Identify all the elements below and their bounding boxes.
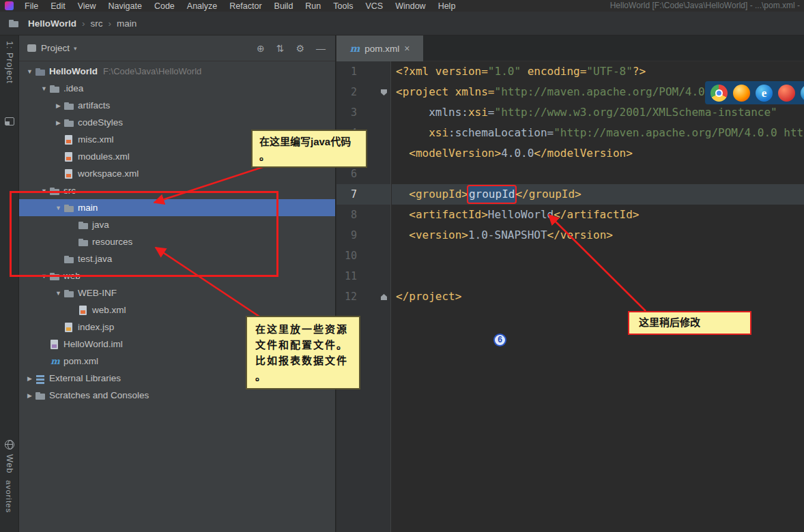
code-line-10[interactable]: [392, 246, 804, 266]
code-line-7[interactable]: <groupId>groupId</groupId>: [392, 184, 804, 205]
code-token: <version>: [409, 228, 468, 241]
line-number: 10: [336, 246, 357, 266]
chevron-collapsed-icon[interactable]: ▶: [25, 375, 35, 382]
chevron-collapsed-icon[interactable]: ▶: [25, 392, 35, 399]
tree-item-label: workspace.xml: [78, 168, 139, 179]
edge-browser-icon[interactable]: [801, 85, 804, 102]
code-token: </project>: [396, 290, 461, 303]
app-logo-icon: [5, 1, 14, 10]
editor-code-area[interactable]: <?xml version="1.0" encoding="UTF-8"?><p…: [392, 61, 804, 532]
code-line-8[interactable]: <artifactId>HelloWorld</artifactId>: [392, 205, 804, 225]
menu-items: FileEditViewNavigateCodeAnalyzeRefactorB…: [18, 1, 461, 11]
ide-window: { "glyphs": { "expand_open": "▼", "expan…: [0, 0, 804, 532]
collapse-all-icon[interactable]: ⇅: [276, 43, 285, 54]
menu-item-navigate[interactable]: Navigate: [102, 1, 148, 11]
code-token: :schemaLocation=: [448, 126, 554, 139]
menu-item-view[interactable]: View: [72, 1, 102, 11]
close-tab-icon[interactable]: ×: [404, 43, 410, 54]
menu-item-help[interactable]: Help: [432, 1, 462, 11]
maven-file-icon: m: [349, 43, 360, 54]
code-line-11[interactable]: [392, 266, 804, 286]
tree-item-label: web.xml: [92, 305, 126, 315]
tree-item-helloworld[interactable]: ▼HelloWorldF:\Code\Java\HelloWorld: [19, 63, 335, 80]
code-token: HelloWorld: [488, 208, 554, 221]
maven-file-icon: [49, 356, 60, 367]
panel-header-icons: ⊕⇅⚙—: [257, 43, 326, 54]
code-line-12[interactable]: </project>: [392, 286, 804, 307]
code-line-3[interactable]: xmlns:xsi="http://www.w3.org/2001/XMLSch…: [392, 102, 804, 123]
chevron-expanded-icon[interactable]: ▼: [53, 290, 63, 297]
project-panel-title[interactable]: Project: [41, 43, 70, 53]
xml-file-icon: [78, 305, 89, 316]
project-panel: Project ▾ ⊕⇅⚙— ▼HelloWorldF:\Code\Java\H…: [19, 35, 336, 532]
fold-marker-icon[interactable]: [381, 294, 387, 300]
web-globe-icon[interactable]: [5, 440, 14, 449]
firefox-browser-icon[interactable]: [733, 85, 750, 102]
gutter-line-1: 1: [336, 61, 390, 82]
code-line-1[interactable]: <?xml version="1.0" encoding="UTF-8"?>: [392, 61, 804, 82]
code-token: <modelVersion>: [409, 147, 501, 160]
tree-item-web-inf[interactable]: ▼WEB-INF: [19, 284, 335, 301]
breadcrumb-main[interactable]: main: [117, 18, 137, 29]
gutter-line-10: 10: [336, 246, 390, 266]
settings-gear-icon[interactable]: ⚙: [296, 43, 304, 54]
code-token: "1.0": [488, 65, 521, 78]
gutter-line-3: 3: [336, 102, 390, 123]
menu-item-build[interactable]: Build: [268, 1, 300, 11]
breadcrumb-src[interactable]: src: [91, 18, 103, 29]
code-token: </version>: [547, 228, 613, 241]
code-line-5[interactable]: <modelVersion>4.0.0</modelVersion>: [392, 143, 804, 164]
gutter-line-8: 8: [336, 205, 390, 225]
tab-pom-xml[interactable]: m pom.xml ×: [336, 35, 423, 61]
breadcrumb-helloworld[interactable]: HelloWorld: [28, 18, 76, 29]
navigation-bar: HelloWorld›src›main: [0, 12, 804, 35]
hide-panel-icon[interactable]: —: [316, 43, 326, 54]
opera-browser-icon[interactable]: [778, 85, 795, 102]
menu-item-analyze[interactable]: Analyze: [181, 1, 223, 11]
menu-bar: FileEditViewNavigateCodeAnalyzeRefactorB…: [0, 0, 804, 12]
code-token: "UTF-8": [586, 65, 632, 78]
scratches-icon: [35, 390, 46, 401]
libraries-icon: [35, 373, 46, 384]
toolwindow-button-project[interactable]: 1: Project: [5, 41, 14, 84]
menu-item-window[interactable]: Window: [389, 1, 431, 11]
code-token: "http://maven.apache.org/POM/4.0.0 http:…: [554, 126, 804, 139]
toolwindow-button-web[interactable]: Web: [5, 454, 14, 473]
code-token: <project xmlns=: [396, 85, 495, 98]
chrome-browser-icon[interactable]: [710, 85, 728, 102]
tree-item-label: Scratches and Consoles: [49, 390, 149, 400]
chevron-collapsed-icon[interactable]: ▶: [53, 119, 63, 126]
chevron-right-icon: ›: [82, 18, 85, 29]
note-resources-here: 在这里放一些资源文件和配置文件。比如报表数据文件。: [246, 316, 360, 389]
tree-item--idea[interactable]: ▼.idea: [19, 80, 335, 97]
gutter-line-9: 9: [336, 225, 390, 246]
chevron-down-icon[interactable]: ▾: [74, 45, 77, 52]
menu-item-edit[interactable]: Edit: [44, 1, 72, 11]
tree-item-codestyles[interactable]: ▶codeStyles: [19, 114, 335, 131]
chevron-collapsed-icon[interactable]: ▶: [53, 102, 63, 109]
menu-item-vcs[interactable]: VCS: [359, 1, 389, 11]
chevron-expanded-icon[interactable]: ▼: [25, 68, 35, 75]
fold-marker-icon[interactable]: [381, 89, 387, 95]
tree-item-artifacts[interactable]: ▶artifacts: [19, 97, 335, 114]
chevron-expanded-icon[interactable]: ▼: [39, 85, 49, 92]
xml-file-icon: [63, 134, 74, 145]
folder-icon: [63, 117, 74, 128]
menu-item-tools[interactable]: Tools: [327, 1, 359, 11]
toolwindow-button-favorites[interactable]: avorites: [5, 480, 13, 513]
locate-icon[interactable]: ⊕: [257, 43, 265, 54]
project-panel-header: Project ▾ ⊕⇅⚙—: [19, 35, 335, 61]
folder-icon: [8, 18, 19, 29]
project-folder-icon: [35, 66, 46, 77]
project-toolwindow-icon[interactable]: [5, 117, 14, 125]
editor-tab-bar: m pom.xml ×: [336, 35, 804, 61]
ie-browser-icon[interactable]: [756, 85, 773, 102]
code-line-4[interactable]: xsi:schemaLocation="http://maven.apache.…: [392, 123, 804, 143]
menu-item-code[interactable]: Code: [148, 1, 181, 11]
code-token: 4.0.0: [501, 147, 534, 160]
menu-item-file[interactable]: File: [18, 1, 44, 11]
code-line-9[interactable]: <version>1.0-SNAPSHOT</version>: [392, 225, 804, 246]
menu-item-run[interactable]: Run: [299, 1, 327, 11]
menu-item-refactor[interactable]: Refactor: [223, 1, 268, 11]
code-line-6[interactable]: [392, 164, 804, 184]
